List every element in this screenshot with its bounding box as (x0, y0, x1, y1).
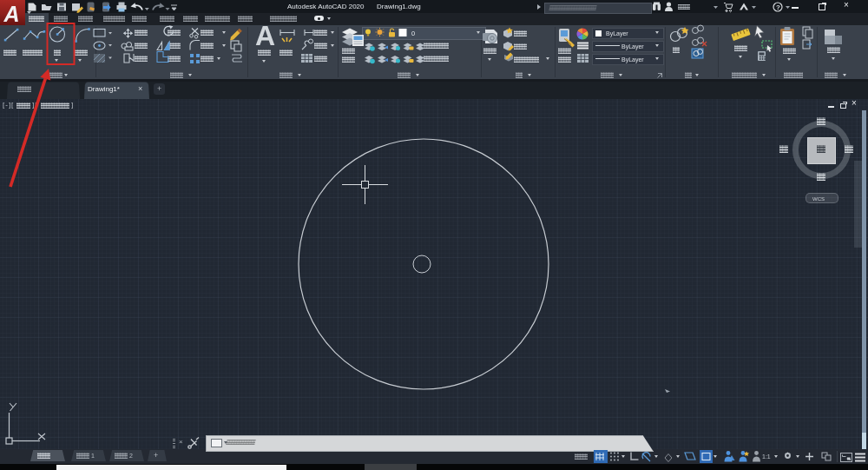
svg-text:?: ? (776, 3, 780, 11)
svg-text:A: A (3, 2, 20, 26)
